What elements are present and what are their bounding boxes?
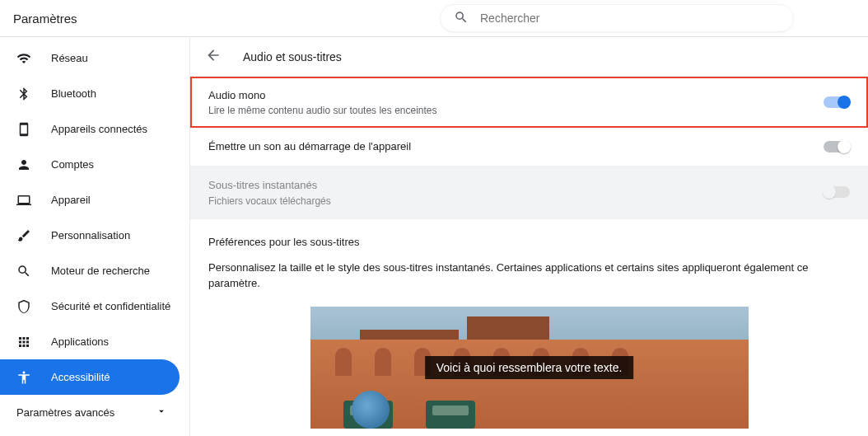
sidebar-item-laptop[interactable]: Appareil <box>0 182 189 218</box>
chevron-down-icon <box>156 406 167 420</box>
search-input[interactable] <box>480 12 780 25</box>
apps-icon <box>16 335 31 349</box>
sidebar-item-label: Accessibilité <box>51 371 110 383</box>
prefs-description: Personnalisez la taille et le style des … <box>208 260 850 292</box>
setting-row[interactable]: Audio monoLire le même contenu audio sur… <box>190 77 868 128</box>
sidebar-item-bluetooth[interactable]: Bluetooth <box>0 76 189 111</box>
sidebar: RéseauBluetoothAppareils connectésCompte… <box>0 37 189 436</box>
prefs-heading: Préférences pour les sous-titres <box>208 236 850 248</box>
sidebar-item-shield[interactable]: Sécurité et confidentialité <box>0 288 189 324</box>
sidebar-item-wifi[interactable]: Réseau <box>0 40 189 76</box>
accessibility-icon <box>16 370 31 385</box>
person-icon <box>16 157 31 172</box>
search-icon <box>16 264 31 279</box>
setting-subtitle: Fichiers vocaux téléchargés <box>208 195 331 207</box>
sidebar-item-label: Moteur de recherche <box>51 265 150 277</box>
header: Paramètres <box>0 0 868 37</box>
sidebar-item-label: Applications <box>51 335 109 348</box>
back-button[interactable] <box>205 47 222 66</box>
search-box[interactable] <box>440 4 794 32</box>
toggle-switch[interactable] <box>824 96 850 108</box>
setting-title: Audio mono <box>208 88 437 103</box>
wifi-icon <box>16 51 31 66</box>
sidebar-item-label: Personnalisation <box>51 229 130 241</box>
sidebar-item-label: Appareils connectés <box>51 123 147 135</box>
sidebar-advanced[interactable]: Paramètres avancés <box>0 395 189 430</box>
setting-title: Sous-titres instantanés <box>208 178 331 193</box>
toggle-switch <box>824 186 850 198</box>
setting-row[interactable]: Sous-titres instantanésFichiers vocaux t… <box>190 166 868 218</box>
sidebar-item-accessibility[interactable]: Accessibilité <box>0 359 180 395</box>
page-title: Audio et sous-titres <box>243 50 342 63</box>
toggle-switch[interactable] <box>824 141 850 152</box>
sidebar-item-apps[interactable]: Applications <box>0 324 189 359</box>
brush-icon <box>16 228 31 243</box>
sidebar-item-label: Comptes <box>51 158 94 171</box>
sidebar-item-person[interactable]: Comptes <box>0 147 189 182</box>
devices-icon <box>16 122 31 137</box>
setting-title: Émettre un son au démarrage de l'apparei… <box>208 139 411 154</box>
sidebar-item-label: Sécurité et confidentialité <box>51 300 170 312</box>
setting-subtitle: Lire le même contenu audio sur toutes le… <box>208 105 437 116</box>
search-icon <box>454 10 469 27</box>
app-title: Paramètres <box>13 12 77 26</box>
caption-preview: Voici à quoi ressemblera votre texte. <box>310 307 749 429</box>
setting-row[interactable]: Émettre un son au démarrage de l'apparei… <box>190 128 868 166</box>
sidebar-item-label: Appareil <box>51 194 91 206</box>
laptop-icon <box>16 193 31 208</box>
bluetooth-icon <box>16 87 31 101</box>
advanced-label: Paramètres avancés <box>16 406 114 419</box>
sidebar-item-label: Réseau <box>51 52 88 64</box>
sidebar-item-label: Bluetooth <box>51 87 96 100</box>
sidebar-item-devices[interactable]: Appareils connectés <box>0 111 189 147</box>
content-header: Audio et sous-titres <box>190 37 868 77</box>
content-area: Audio et sous-titres Audio monoLire le m… <box>189 37 868 436</box>
caption-sample-text: Voici à quoi ressemblera votre texte. <box>425 356 634 379</box>
shield-icon <box>16 299 31 314</box>
sidebar-item-search[interactable]: Moteur de recherche <box>0 253 189 288</box>
sidebar-item-brush[interactable]: Personnalisation <box>0 218 189 253</box>
caption-prefs-section: Préférences pour les sous-titres Personn… <box>190 219 868 436</box>
